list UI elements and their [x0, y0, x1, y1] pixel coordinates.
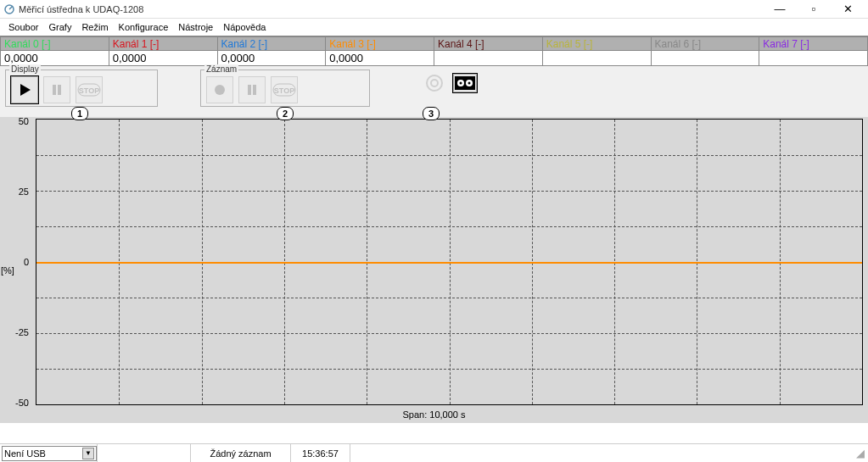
- chart-area: [%] 50 25 0 -25 -50 Span: 10,000 s: [0, 117, 868, 423]
- display-play-button[interactable]: [11, 76, 38, 103]
- channel-6[interactable]: Kanál 6 [-]: [652, 36, 760, 51]
- svg-rect-4: [58, 85, 61, 95]
- channel-2[interactable]: Kanál 2 [-]: [218, 36, 327, 51]
- menu-grafy[interactable]: Grafy: [43, 20, 76, 34]
- record-stop-button[interactable]: STOP: [271, 76, 298, 103]
- menu-rezim[interactable]: Režim: [76, 20, 113, 34]
- y-tick-n50: -50: [15, 398, 29, 408]
- statusbar: Není USB ▼ Žádný záznam 15:36:57 ◢: [0, 443, 868, 462]
- dropdown-arrow-icon: ▼: [82, 448, 94, 459]
- svg-point-18: [468, 82, 471, 85]
- channel-7[interactable]: Kanál 7 [-]: [759, 36, 868, 51]
- record-group: Záznam STOP: [200, 70, 370, 107]
- y-tick-50: 50: [19, 116, 29, 126]
- record-start-button[interactable]: [206, 76, 233, 103]
- menu-nastroje[interactable]: Nástroje: [173, 20, 218, 34]
- channel-3-value: 0,0000: [326, 51, 434, 66]
- resize-grip-icon[interactable]: ◢: [853, 447, 868, 459]
- status-filler: [350, 444, 853, 462]
- record-pause-button[interactable]: [238, 76, 266, 103]
- svg-text:STOP: STOP: [274, 86, 294, 95]
- y-tick-25: 25: [19, 186, 29, 197]
- connection-value: Není USB: [4, 448, 46, 459]
- menubar: Soubor Grafy Režim Konfigurace Nástroje …: [0, 19, 868, 36]
- close-button[interactable]: ✕: [831, 0, 865, 19]
- y-axis-ticks: 50 25 0 -25 -50: [14, 119, 31, 405]
- window-title: Měřicí ústředna k UDAQ-1208: [19, 4, 763, 14]
- callout-2: 2: [277, 107, 294, 120]
- record-group-label: Záznam: [204, 64, 238, 74]
- channel-header-row: Kanál 0 [-] Kanál 1 [-] Kanál 2 [-] Kaná…: [0, 36, 868, 51]
- svg-rect-3: [53, 85, 56, 95]
- record-status: Žádný záznam: [190, 444, 290, 462]
- y-tick-n25: -25: [15, 327, 29, 337]
- channel-1[interactable]: Kanál 1 [-]: [109, 36, 218, 51]
- connection-dropdown[interactable]: Není USB ▼: [2, 446, 97, 461]
- svg-point-13: [431, 80, 438, 86]
- channel-1-value: 0,0000: [109, 51, 218, 66]
- svg-point-7: [215, 85, 225, 95]
- plot-canvas[interactable]: [36, 119, 863, 405]
- callout-3: 3: [423, 107, 440, 120]
- extra-buttons: [421, 70, 477, 97]
- svg-rect-9: [253, 85, 256, 95]
- svg-point-12: [427, 75, 442, 91]
- svg-point-17: [460, 82, 462, 85]
- series-line-channel-3: [36, 262, 862, 264]
- channel-7-value: [759, 51, 868, 66]
- svg-rect-8: [248, 85, 251, 95]
- channel-6-value: [652, 51, 760, 66]
- minimize-button[interactable]: —: [763, 0, 797, 19]
- display-pause-button[interactable]: [43, 76, 70, 103]
- display-group: Display STOP: [5, 70, 158, 107]
- channel-0[interactable]: Kanál 0 [-]: [0, 36, 109, 51]
- svg-text:STOP: STOP: [79, 86, 99, 95]
- maximize-button[interactable]: ▫: [797, 0, 831, 19]
- channel-value-row: 0,0000 0,0000 0,0000 0,0000: [0, 51, 868, 66]
- display-group-label: Display: [9, 64, 41, 74]
- svg-marker-2: [20, 84, 31, 96]
- y-axis-label: [%]: [1, 265, 14, 276]
- channel-4-value: [434, 51, 543, 66]
- svg-line-1: [9, 6, 13, 9]
- app-icon: [3, 3, 15, 15]
- circle-button[interactable]: [421, 70, 448, 97]
- callout-1: 1: [71, 107, 88, 120]
- channel-4[interactable]: Kanál 4 [-]: [434, 36, 543, 51]
- channel-5[interactable]: Kanál 5 [-]: [543, 36, 652, 51]
- menu-konfigurace[interactable]: Konfigurace: [114, 20, 174, 34]
- toolbar-area: Display STOP Záznam STOP 1 2 3: [0, 66, 868, 117]
- channel-3[interactable]: Kanál 3 [-]: [326, 36, 434, 51]
- menu-napoveda[interactable]: Nápověda: [218, 20, 271, 34]
- titlebar: Měřicí ústředna k UDAQ-1208 — ▫ ✕: [0, 0, 868, 19]
- status-empty: [97, 444, 190, 462]
- channel-5-value: [543, 51, 652, 66]
- tape-button[interactable]: [453, 74, 477, 92]
- display-stop-button[interactable]: STOP: [76, 76, 103, 103]
- menu-soubor[interactable]: Soubor: [3, 20, 43, 34]
- y-tick-0: 0: [24, 257, 29, 267]
- chart-span-label: Span: 10,000 s: [5, 405, 863, 423]
- time-display: 15:36:57: [290, 444, 350, 462]
